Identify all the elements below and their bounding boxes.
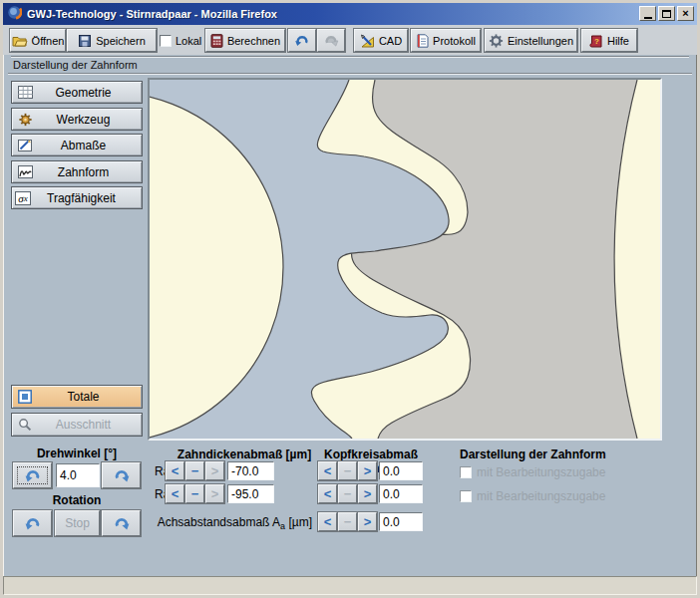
rotate-ccw-step-button[interactable] (13, 462, 52, 488)
fit-view-icon (15, 389, 35, 406)
rad2-zahndicken-reset-button[interactable]: − (185, 484, 204, 503)
floppy-disk-icon (78, 34, 92, 48)
undo-icon (294, 34, 310, 47)
gear-icon (489, 34, 504, 48)
help-book-icon: ? (589, 34, 603, 48)
bearbeitungszugabe2-label: mit Bearbeitungszugabe (477, 489, 605, 503)
darstellung-panel-title: Darstellung der Zahnform (460, 448, 606, 461)
rad2-kopfkreis-increment-button[interactable]: > (358, 484, 377, 503)
bearbeitungszugabe1-checkbox (460, 466, 472, 478)
calculate-button[interactable]: Berechnen (205, 29, 285, 52)
rad2-zahndicken-decrement-button[interactable]: < (166, 484, 184, 503)
help-button[interactable]: ? Hilfe (581, 29, 637, 52)
rotation-label: Rotation (13, 493, 141, 507)
magnifier-icon (15, 417, 35, 434)
rad1-kopfkreis-reset-button: − (338, 461, 357, 480)
title-bar: GWJ-Technology - Stirnradpaar - Mozilla … (3, 3, 697, 25)
rad1-zahndicken-value[interactable] (227, 461, 274, 480)
rad2-kopfkreis-reset-button: − (338, 484, 357, 503)
app-window: GWJ-Technology - Stirnradpaar - Mozilla … (0, 0, 700, 598)
rotation-cw-button[interactable] (102, 510, 141, 536)
minimize-button[interactable] (639, 6, 656, 21)
grid-icon (15, 84, 35, 101)
rad1-zahndicken-decrement-button[interactable]: < (166, 461, 184, 480)
calculator-icon (210, 34, 223, 48)
achsabstand-label: Achsabstandsabmaß Aa [µm] (153, 515, 312, 531)
achsabstand-decrement-button[interactable]: < (318, 512, 337, 531)
cad-icon (360, 34, 375, 48)
zahndicken-header: Zahndickenabmaß [µm] (155, 448, 334, 461)
cw-arrow-icon (113, 468, 131, 482)
document-icon (416, 34, 429, 48)
bearbeitungszugabe1-row: mit Bearbeitungszugabe (460, 465, 605, 479)
firefox-icon (7, 5, 22, 24)
local-checkbox[interactable] (160, 35, 172, 47)
rad1-zahndicken-reset-button[interactable]: − (185, 461, 204, 480)
local-checkbox-label: Lokal (175, 35, 201, 47)
ccw-arrow-icon (24, 516, 42, 530)
sidebar-item-geometrie[interactable]: Geometrie (11, 81, 143, 104)
cad-button[interactable]: CAD (354, 29, 408, 52)
sigma-icon: σx (15, 191, 31, 205)
toolbar: Öffnen Speichern Lokal Berechnen (3, 25, 697, 55)
pencil-measure-icon (15, 137, 35, 153)
rad2-zahndicken-value[interactable] (227, 484, 274, 503)
sidebar-item-werkzeug[interactable]: Werkzeug (11, 108, 143, 131)
undo-button[interactable] (288, 29, 316, 52)
drehwinkel-label: Drehwinkel [°] (13, 447, 141, 460)
redo-icon (323, 34, 339, 47)
rad1-zahndicken-increment-button: > (205, 461, 224, 480)
rad2-zahndicken-increment-button: > (205, 484, 224, 503)
rad2-kopfkreis-value[interactable] (379, 484, 423, 503)
local-checkbox-group: Lokal (160, 29, 203, 52)
save-button[interactable]: Speichern (67, 29, 157, 52)
tool-gear-icon (15, 111, 35, 128)
bearbeitungszugabe2-row: mit Bearbeitungszugabe (460, 489, 605, 503)
window-title: GWJ-Technology - Stirnradpaar - Mozilla … (27, 8, 277, 20)
status-bar (3, 576, 697, 595)
rad1-kopfkreis-value[interactable] (379, 461, 423, 480)
header-divider (8, 73, 692, 75)
rotation-stop-button: Stop (55, 510, 100, 536)
achsabstand-increment-button[interactable]: > (358, 512, 377, 531)
bearbeitungszugabe2-checkbox (460, 490, 472, 502)
bearbeitungszugabe1-label: mit Bearbeitungszugabe (477, 465, 605, 479)
rad1-kopfkreis-increment-button[interactable]: > (358, 461, 377, 480)
rad2-kopfkreis-decrement-button[interactable]: < (318, 484, 337, 503)
cw-arrow-icon (113, 516, 131, 530)
open-button[interactable]: Öffnen (10, 29, 66, 52)
svg-text:?: ? (594, 36, 599, 45)
totale-button[interactable]: Totale (11, 385, 143, 409)
open-folder-icon (12, 34, 28, 48)
sidebar-item-tragfaehigkeit[interactable]: σx Tragfähigkeit (11, 186, 143, 209)
protocol-button[interactable]: Protokoll (411, 29, 481, 52)
maximize-button[interactable] (658, 6, 675, 21)
tooth-curve-icon (15, 163, 35, 180)
rotate-cw-step-button[interactable] (102, 462, 141, 488)
sidebar-item-abmasse[interactable]: Abmaße (11, 134, 143, 156)
rotation-ccw-button[interactable] (13, 510, 52, 536)
achsabstand-value[interactable] (379, 512, 423, 531)
view-title: Darstellung der Zahnform (13, 59, 138, 71)
drehwinkel-input[interactable] (56, 463, 100, 487)
toolbar-divider (11, 56, 689, 58)
sidebar-item-zahnform[interactable]: Zahnform (11, 160, 143, 183)
toothform-canvas[interactable] (148, 78, 662, 441)
rad1-kopfkreis-decrement-button[interactable]: < (318, 461, 337, 480)
close-button[interactable]: × (677, 6, 694, 21)
ccw-arrow-icon (24, 468, 42, 482)
achsabstand-reset-button: − (338, 512, 357, 531)
settings-button[interactable]: Einstellungen (485, 29, 577, 52)
ausschnitt-button: Ausschnitt (11, 413, 143, 437)
redo-button (317, 29, 345, 52)
